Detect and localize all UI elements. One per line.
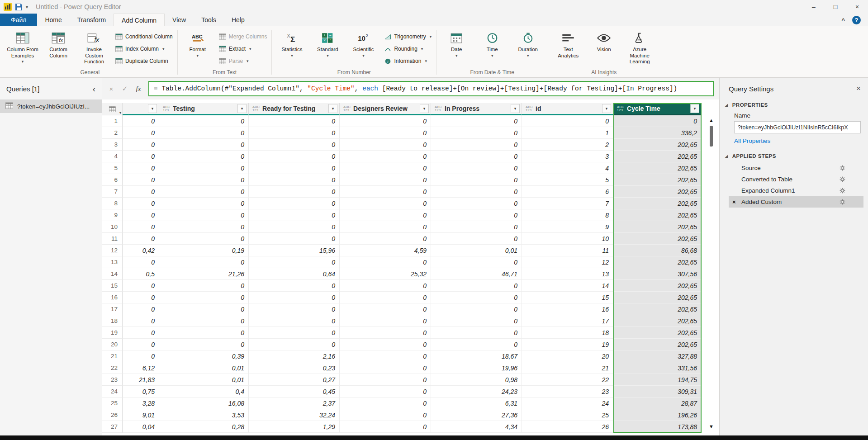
tab-view[interactable]: View (165, 14, 194, 26)
table-cell[interactable]: 4,59 (340, 245, 431, 256)
table-cell[interactable]: 0 (123, 292, 159, 303)
table-cell[interactable]: 16,08 (159, 397, 249, 409)
section-expand-icon[interactable]: ◢ (725, 154, 728, 158)
table-cell[interactable]: 0 (340, 233, 431, 245)
row-number[interactable]: 20 (102, 339, 123, 350)
table-cell[interactable]: 0,75 (123, 386, 159, 397)
table-cell[interactable]: 0 (249, 209, 340, 221)
filter-dropdown-icon[interactable]: ▾ (148, 104, 157, 113)
tab-transform[interactable]: Transform (70, 14, 114, 26)
filter-dropdown-icon[interactable]: ▾ (420, 104, 429, 113)
row-number[interactable]: 10 (102, 221, 123, 233)
table-cell[interactable]: 0 (340, 409, 431, 421)
tab-home[interactable]: Home (37, 14, 69, 26)
table-cell[interactable]: 19 (522, 339, 613, 350)
step-settings-gear-icon[interactable] (840, 176, 845, 182)
table-cell[interactable]: 0,01 (431, 245, 522, 256)
table-cell[interactable]: 0 (249, 162, 340, 174)
table-cell[interactable]: 10 (522, 233, 613, 245)
column-header-designers-review[interactable]: ABC123Designers Review▾ (340, 103, 431, 115)
table-cell[interactable]: 25 (522, 409, 613, 421)
table-cell[interactable]: 0 (340, 339, 431, 350)
table-cell[interactable]: 11 (522, 245, 613, 256)
table-cell[interactable]: 0 (159, 174, 249, 186)
table-cell[interactable]: 12 (522, 256, 613, 268)
table-cell[interactable]: 0 (431, 127, 522, 139)
table-cell[interactable]: 0 (123, 256, 159, 268)
table-cell[interactable]: 0 (159, 303, 249, 315)
step-settings-gear-icon[interactable] (840, 199, 845, 205)
table-cell[interactable]: 0,98 (431, 374, 522, 386)
row-number[interactable]: 1 (102, 115, 123, 127)
table-cell[interactable]: 0 (249, 339, 340, 350)
row-number[interactable]: 4 (102, 151, 123, 162)
row-number[interactable]: 23 (102, 374, 123, 386)
table-cell[interactable]: 0,01 (159, 362, 249, 374)
table-cell[interactable]: 13 (522, 268, 613, 280)
table-cell[interactable]: 6 (522, 186, 613, 198)
table-cell[interactable]: 0 (340, 174, 431, 186)
table-cell[interactable]: 0 (431, 139, 522, 151)
table-cell[interactable]: 0 (431, 315, 522, 327)
conditional-column-button[interactable]: Conditional Column (115, 32, 173, 41)
table-cell[interactable]: 0 (123, 233, 159, 245)
table-cell[interactable]: 0 (431, 292, 522, 303)
table-cell[interactable]: 0 (431, 162, 522, 174)
table-cell[interactable]: 25,32 (340, 268, 431, 280)
rounding-button[interactable]: Rounding▾ (384, 44, 432, 53)
table-cell[interactable]: 0 (159, 292, 249, 303)
table-cell[interactable]: 0 (431, 256, 522, 268)
minimize-button[interactable]: – (803, 0, 825, 14)
table-cell[interactable]: 0 (249, 327, 340, 339)
merge-columns-button[interactable]: Merge Columns (219, 32, 267, 41)
table-cell[interactable]: 0 (340, 151, 431, 162)
table-cell[interactable]: 202,65 (613, 162, 702, 174)
standard-button[interactable]: +−×÷Standard▾ (310, 29, 345, 58)
table-cell[interactable]: 0 (340, 127, 431, 139)
tab-tools[interactable]: Tools (194, 14, 224, 26)
table-cell[interactable]: 0 (340, 350, 431, 362)
table-cell[interactable]: 0 (431, 198, 522, 209)
table-cell[interactable]: 2,37 (249, 397, 340, 409)
section-expand-icon[interactable]: ◢ (725, 103, 728, 107)
table-cell[interactable]: 0 (159, 209, 249, 221)
row-number[interactable]: 2 (102, 127, 123, 139)
table-cell[interactable]: 0,23 (249, 362, 340, 374)
table-cell[interactable]: 0 (431, 303, 522, 315)
table-cell[interactable]: 0 (123, 186, 159, 198)
table-cell[interactable]: 0 (431, 280, 522, 292)
row-number[interactable]: 14 (102, 268, 123, 280)
table-cell[interactable]: 202,65 (613, 339, 702, 350)
table-cell[interactable]: 0 (431, 339, 522, 350)
row-number[interactable]: 8 (102, 198, 123, 209)
table-cell[interactable]: 17 (522, 315, 613, 327)
table-cell[interactable]: 21,83 (123, 374, 159, 386)
column-header-ready-for-testing[interactable]: ABC123Ready for Testing▾ (249, 103, 340, 115)
table-cell[interactable]: 202,65 (613, 198, 702, 209)
table-cell[interactable]: 202,65 (613, 327, 702, 339)
formula-check-icon[interactable]: ✓ (119, 85, 131, 93)
duplicate-column-button[interactable]: Duplicate Column (115, 57, 173, 66)
table-cell[interactable]: 307,56 (613, 268, 702, 280)
row-number[interactable]: 26 (102, 409, 123, 421)
table-cell[interactable]: 0 (159, 198, 249, 209)
table-cell[interactable]: 0 (431, 186, 522, 198)
table-cell[interactable]: 32,24 (249, 409, 340, 421)
table-cell[interactable]: 0,45 (249, 386, 340, 397)
table-cell[interactable]: 1 (522, 127, 613, 139)
table-cell[interactable]: 16 (522, 303, 613, 315)
table-cell[interactable]: 26 (522, 421, 613, 433)
filter-dropdown-icon[interactable]: ▾ (511, 104, 520, 113)
table-cell[interactable]: 19,96 (431, 362, 522, 374)
table-cell[interactable]: 0,28 (159, 421, 249, 433)
row-number[interactable]: 15 (102, 280, 123, 292)
table-cell[interactable]: 22 (522, 374, 613, 386)
scroll-up-icon[interactable]: ▲ (707, 118, 715, 123)
row-number[interactable]: 24 (102, 386, 123, 397)
applied-step-source[interactable]: Source (729, 162, 863, 174)
table-cell[interactable]: 0,5 (123, 268, 159, 280)
custom-column-button[interactable]: fxCustomColumn (41, 29, 76, 59)
step-settings-gear-icon[interactable] (840, 165, 845, 171)
table-cell[interactable]: 20 (522, 350, 613, 362)
table-cell[interactable]: 0 (159, 327, 249, 339)
